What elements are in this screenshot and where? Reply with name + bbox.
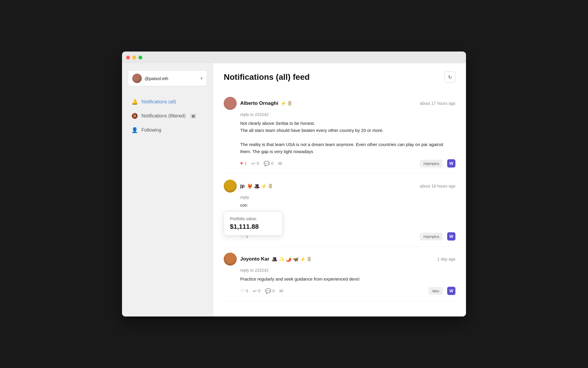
- feed-item-3: Joyonto Kar 🎩 ✨ 🌶️ 🦋 ⚡ 🗄 1 day ago: [224, 247, 455, 301]
- storage-badge-2: 🗄: [268, 184, 273, 189]
- sidebar-item-notifications-all[interactable]: 🔔 Notifications (all): [128, 96, 207, 108]
- user-name-joyonto: Joyonto Kar: [240, 256, 269, 262]
- reply-icon-1: 💬: [264, 161, 270, 166]
- reply-icon-3: 💬: [265, 288, 271, 294]
- feed-item-1: Alberto Ornaghi ⚡ 🗄 about 17 hours ago r…: [224, 91, 455, 174]
- dm-action-3[interactable]: ✉: [279, 288, 283, 294]
- storage-badge-1: 🗄: [288, 101, 292, 106]
- account-selector[interactable]: @patxol.eth ▾: [128, 70, 207, 86]
- recast-count-1: 0: [257, 161, 259, 166]
- avatar-alberto: [224, 97, 237, 110]
- recast-icon-3: ↩: [253, 288, 257, 294]
- feed-user-1: Alberto Ornaghi ⚡ 🗄: [224, 97, 292, 110]
- timestamp-3: 1 day ago: [437, 257, 456, 261]
- recast-action-1[interactable]: ↩ 0: [251, 161, 259, 166]
- main-header: Notifications (all) feed ↻: [224, 72, 455, 83]
- timestamp-2: about 18 hours ago: [420, 184, 455, 188]
- user-badges-jp: 🦊 🎩 ⚡ 🗄: [247, 183, 273, 189]
- tooltip-value: $1,111.88: [230, 223, 276, 231]
- reply-to-2: reply: [240, 195, 455, 200]
- dm-action-1[interactable]: ✉: [278, 161, 282, 166]
- recast-count-3: 0: [258, 289, 260, 293]
- feed-actions-1: ♥ 1 ↩ 0 💬 0 ✉ /olympics: [240, 159, 455, 168]
- reply-action-3[interactable]: 💬 0: [265, 288, 275, 294]
- portfolio-tooltip: Portfolio value: $1,111.88: [224, 211, 283, 236]
- recast-action-3[interactable]: ↩ 0: [253, 288, 260, 294]
- recast-icon-1: ↩: [251, 161, 255, 166]
- minimize-button[interactable]: [132, 56, 136, 59]
- sidebar-item-notifications-filtered[interactable]: 🔕 Notifications (filtered) ▦: [128, 110, 207, 122]
- filter-badge: ▦: [190, 114, 196, 118]
- account-name: @patxol.eth: [145, 76, 198, 81]
- sparkle-badge-3: ✨: [279, 256, 285, 262]
- bell-icon: 🔔: [131, 99, 138, 105]
- reply-action-1[interactable]: 💬 0: [264, 161, 273, 166]
- page-title: Notifications (all) feed: [224, 72, 310, 82]
- chevron-down-icon: ▾: [201, 76, 203, 81]
- feed-content-3: Practice regularly and seek guidance fro…: [240, 276, 455, 283]
- timestamp-1: about 17 hours ago: [420, 101, 455, 106]
- w-badge-3: W: [447, 287, 455, 295]
- titlebar: [122, 52, 466, 63]
- hat-badge-2: 🎩: [254, 183, 260, 189]
- sidebar-item-following[interactable]: 👤 Following: [128, 124, 207, 136]
- feed-actions-3: ♡ 0 ↩ 0 💬 0 ✉ /dev: [240, 287, 455, 295]
- w-badge-1: W: [447, 159, 455, 168]
- main-content: Notifications (all) feed ↻ Alberto Ornag…: [213, 63, 466, 316]
- tag-badge-olympics-2: /olympics: [420, 233, 442, 240]
- reply-to-1: reply to 233242: [240, 112, 455, 117]
- feed-user-2: jp 🦊 🎩 ⚡ 🗄: [224, 180, 273, 193]
- user-name-row-1: Alberto Ornaghi ⚡ 🗄: [240, 100, 292, 106]
- sidebar-label-following: Following: [141, 127, 161, 133]
- sidebar-label-notifications-all: Notifications (all): [141, 99, 176, 105]
- like-count-1: 1: [245, 161, 247, 166]
- tag-badge-dev-3: /dev: [429, 287, 442, 295]
- w-badge-2: W: [447, 232, 455, 241]
- heart-icon-3: ♡: [240, 288, 244, 294]
- heart-icon-1: ♥: [240, 161, 243, 166]
- like-action-1[interactable]: ♥ 1: [240, 161, 247, 166]
- maximize-button[interactable]: [138, 56, 142, 59]
- user-name-row-2: jp 🦊 🎩 ⚡ 🗄: [240, 183, 273, 189]
- user-name-jp: jp: [240, 183, 245, 189]
- window-body: @patxol.eth ▾ 🔔 Notifications (all) 🔕 No…: [122, 63, 466, 316]
- following-icon: 👤: [131, 127, 138, 133]
- reply-to-3: reply to 233242: [240, 268, 455, 273]
- feed-content-truncated-2: con: [240, 203, 247, 208]
- reply-count-1: 0: [271, 161, 273, 166]
- dm-icon-1: ✉: [278, 161, 282, 166]
- nav-items: 🔔 Notifications (all) 🔕 Notifications (f…: [128, 96, 207, 136]
- user-badges-alberto: ⚡ 🗄: [280, 101, 292, 106]
- feed-content-1: Not clearly above Serbia to be honest. T…: [240, 120, 455, 155]
- lightning-badge-1: ⚡: [280, 101, 286, 106]
- like-count-3: 0: [246, 289, 248, 293]
- fox-badge-2: 🦊: [247, 183, 253, 189]
- lightning-badge-2: ⚡: [261, 183, 267, 189]
- user-name-alberto: Alberto Ornaghi: [240, 100, 278, 106]
- user-name-row-3: Joyonto Kar 🎩 ✨ 🌶️ 🦋 ⚡ 🗄: [240, 256, 311, 262]
- account-avatar: [132, 74, 142, 83]
- sidebar: @patxol.eth ▾ 🔔 Notifications (all) 🔕 No…: [122, 63, 213, 316]
- tooltip-wrapper-2: con Portfolio value: $1,111.88: [224, 203, 247, 209]
- feed-user-3: Joyonto Kar 🎩 ✨ 🌶️ 🦋 ⚡ 🗄: [224, 253, 311, 266]
- feed-item-header-3: Joyonto Kar 🎩 ✨ 🌶️ 🦋 ⚡ 🗄 1 day ago: [224, 253, 455, 266]
- storage-badge-3: 🗄: [307, 257, 311, 262]
- feed-item-2: jp 🦊 🎩 ⚡ 🗄 about 18 hours ago reply: [224, 174, 455, 247]
- lightning-badge-3: ⚡: [300, 256, 306, 262]
- sidebar-label-notifications-filtered: Notifications (filtered): [141, 113, 186, 119]
- dm-icon-3: ✉: [279, 288, 283, 294]
- reply-count-3: 0: [273, 289, 275, 293]
- avatar-joyonto: [224, 253, 237, 266]
- feed-item-header-1: Alberto Ornaghi ⚡ 🗄 about 17 hours ago: [224, 97, 455, 110]
- refresh-button[interactable]: ↻: [444, 72, 455, 83]
- butterfly-badge-3: 🦋: [293, 256, 299, 262]
- hat-badge-3: 🎩: [272, 256, 278, 262]
- close-button[interactable]: [126, 56, 130, 59]
- tag-badge-olympics-1: /olympics: [420, 160, 442, 167]
- feed-item-header-2: jp 🦊 🎩 ⚡ 🗄 about 18 hours ago: [224, 180, 455, 193]
- pepper-badge-3: 🌶️: [286, 256, 292, 262]
- like-action-3[interactable]: ♡ 0: [240, 288, 248, 294]
- user-badges-joyonto: 🎩 ✨ 🌶️ 🦋 ⚡ 🗄: [272, 256, 311, 262]
- bell-off-icon: 🔕: [131, 113, 138, 119]
- tooltip-label: Portfolio value:: [230, 216, 276, 221]
